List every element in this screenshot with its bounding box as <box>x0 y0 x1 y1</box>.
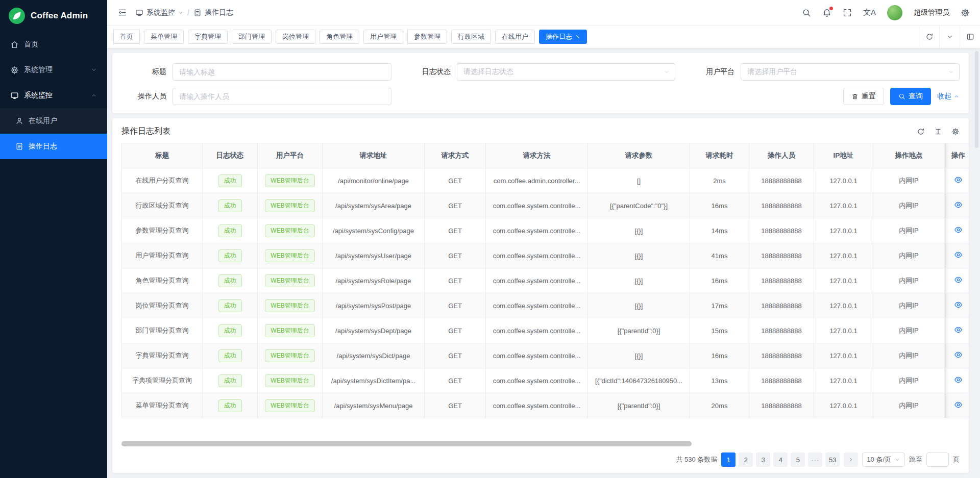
tab-close-icon[interactable] <box>575 34 580 39</box>
refresh-icon[interactable] <box>917 128 925 136</box>
logo-icon <box>8 7 26 24</box>
cell-location: 内网IP <box>873 243 945 268</box>
user-platform-select[interactable]: 请选择用户平台 <box>741 63 960 81</box>
view-detail-icon[interactable] <box>954 400 963 409</box>
tab-label: 首页 <box>120 32 133 41</box>
view-detail-icon[interactable] <box>954 175 963 184</box>
fullscreen-icon[interactable] <box>843 8 852 17</box>
horizontal-scrollbar <box>121 441 960 446</box>
tab-label: 岗位管理 <box>282 32 309 41</box>
cell-status: 成功 <box>203 393 258 418</box>
column-settings-icon[interactable] <box>951 128 960 136</box>
tab[interactable]: 参数管理 <box>407 30 447 44</box>
next-page-button[interactable] <box>844 452 858 467</box>
search-button[interactable]: 查询 <box>890 88 931 105</box>
table-row: 岗位管理分页查询成功WEB管理后台/api/system/sysPost/pag… <box>122 293 969 318</box>
cell-url: /api/system/sysDictItem/pa... <box>323 368 425 393</box>
cell-title: 字典管理分页查询 <box>122 343 203 368</box>
title-filter: 标题 <box>121 63 391 81</box>
tab[interactable]: 在线用户 <box>495 30 535 44</box>
breadcrumb-separator: / <box>187 9 189 17</box>
page-button[interactable]: 5 <box>791 452 805 467</box>
page-content: 标题 日志状态 请选择日志状态 用户平台 请选择用户平台 <box>107 48 980 478</box>
view-detail-icon[interactable] <box>954 325 963 334</box>
sidebar-item-system-monitoring[interactable]: 系统监控 <box>0 83 107 108</box>
page-size-select[interactable]: 10 条/页 <box>862 452 905 467</box>
tab[interactable]: 部门管理 <box>232 30 272 44</box>
page-button[interactable]: 4 <box>773 452 788 467</box>
chevron-down-icon <box>948 69 954 75</box>
table-header-row: 标题日志状态用户平台请求地址请求方式请求方法请求参数请求耗时操作人员IP地址操作… <box>122 143 969 168</box>
view-detail-icon[interactable] <box>954 225 963 234</box>
jump-suffix: 页 <box>953 455 960 464</box>
tab[interactable]: 字典管理 <box>188 30 228 44</box>
title-input[interactable] <box>173 63 391 81</box>
view-detail-icon[interactable] <box>954 250 963 259</box>
notification-bell-icon[interactable] <box>822 8 831 17</box>
jump-page-input[interactable] <box>926 452 949 467</box>
log-status-select[interactable]: 请选择日志状态 <box>457 63 676 81</box>
collapse-button[interactable]: 收起 <box>937 92 960 101</box>
user-icon <box>15 117 23 125</box>
language-icon[interactable]: 文A <box>863 8 876 17</box>
cell-status: 成功 <box>203 218 258 243</box>
view-detail-icon[interactable] <box>954 350 963 359</box>
sidebar-item-system-management[interactable]: 系统管理 <box>0 57 107 83</box>
cell-action <box>945 218 969 243</box>
reset-button[interactable]: 重置 <box>843 88 884 105</box>
page-button[interactable]: 1 <box>721 452 736 467</box>
avatar[interactable] <box>887 5 902 20</box>
sidebar-item-label: 首页 <box>24 40 38 49</box>
tab-tools <box>919 26 980 48</box>
breadcrumb-system-monitoring[interactable]: 系统监控 <box>135 8 183 17</box>
cell-operator: 18888888888 <box>749 193 814 218</box>
cell-status: 成功 <box>203 243 258 268</box>
tab[interactable]: 角色管理 <box>320 30 359 44</box>
operator-input[interactable] <box>173 88 391 105</box>
tab[interactable]: 用户管理 <box>363 30 403 44</box>
cell-handler: com.coffee.system.controlle... <box>486 343 588 368</box>
page-button[interactable]: 3 <box>756 452 770 467</box>
sidebar-item-home[interactable]: 首页 <box>0 32 107 57</box>
cell-platform: WEB管理后台 <box>258 368 323 393</box>
search-icon[interactable] <box>802 8 811 17</box>
cell-method: GET <box>425 268 486 293</box>
cell-method: GET <box>425 243 486 268</box>
menu-fold-icon[interactable] <box>117 8 127 17</box>
pagination: 共 530 条数据 12345···53 10 条/页 跳至 页 <box>112 446 969 470</box>
tab[interactable]: 菜单管理 <box>144 30 184 44</box>
cell-params: [{"parentId":0}] <box>588 318 690 343</box>
view-detail-icon[interactable] <box>954 300 963 309</box>
username[interactable]: 超级管理员 <box>914 8 949 17</box>
layout-icon[interactable] <box>960 26 980 48</box>
vertical-scrollbar-thumb[interactable] <box>975 51 978 148</box>
density-icon[interactable] <box>934 128 942 136</box>
cell-location: 内网IP <box>873 218 945 243</box>
table-row: 菜单管理分页查询成功WEB管理后台/api/system/sysMenu/pag… <box>122 393 969 418</box>
filter-actions: 重置 查询 收起 <box>690 88 960 105</box>
view-detail-icon[interactable] <box>954 375 963 384</box>
monitor-icon <box>135 9 143 17</box>
horizontal-scrollbar-thumb[interactable] <box>121 441 692 446</box>
cell-action <box>945 393 969 418</box>
sidebar-item-operation-logs[interactable]: 操作日志 <box>0 134 107 159</box>
page-button[interactable]: 53 <box>825 452 840 467</box>
chevron-right-icon <box>848 457 854 463</box>
settings-gear-icon[interactable] <box>961 8 970 17</box>
app-logo[interactable]: Coffee Admin <box>0 0 107 32</box>
sidebar-item-online-users[interactable]: 在线用户 <box>0 108 107 134</box>
tab[interactable]: 首页 <box>113 30 140 44</box>
tab-label: 用户管理 <box>370 32 397 41</box>
chevron-down-icon[interactable] <box>939 26 960 48</box>
view-detail-icon[interactable] <box>954 275 963 284</box>
tab[interactable]: 行政区域 <box>451 30 491 44</box>
page-button[interactable]: 2 <box>739 452 753 467</box>
sidebar: Coffee Admin 首页 系统管理 系统监控 在线用户 <box>0 0 107 478</box>
page-ellipsis[interactable]: ··· <box>808 452 822 467</box>
status-badge: 成功 <box>218 374 242 387</box>
view-detail-icon[interactable] <box>954 200 963 209</box>
tab[interactable]: 操作日志 <box>539 30 587 44</box>
tab[interactable]: 岗位管理 <box>276 30 315 44</box>
status-badge: 成功 <box>218 324 242 337</box>
refresh-icon[interactable] <box>919 26 939 48</box>
